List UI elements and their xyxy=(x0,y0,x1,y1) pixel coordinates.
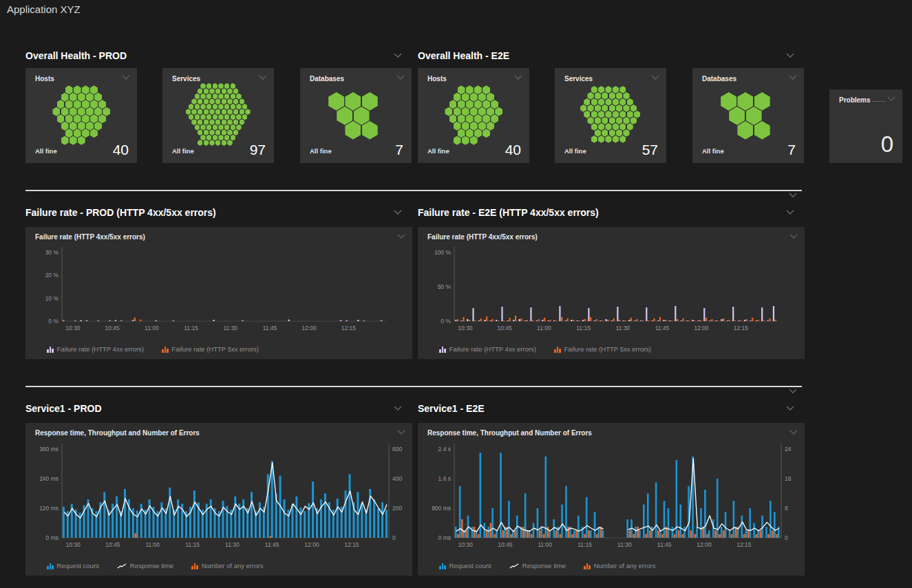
chevron-down-icon[interactable] xyxy=(394,406,402,411)
count-value: 7 xyxy=(787,142,796,158)
svg-text:11:30: 11:30 xyxy=(223,325,237,331)
count-value: 97 xyxy=(250,142,266,158)
problems-sparkline xyxy=(872,101,886,102)
chart-legend: Request count Response time Number of an… xyxy=(439,562,655,569)
svg-text:240 ms: 240 ms xyxy=(39,475,59,482)
svg-text:10:45: 10:45 xyxy=(498,541,513,548)
tile-title: Databases xyxy=(310,75,344,83)
chart-canvas[interactable]: 100 %50 %0 %10:3010:4511:0011:1511:3011:… xyxy=(418,227,805,359)
status-label: All fine xyxy=(310,147,332,155)
health-tile-hosts-prod[interactable]: Hosts All fine 40 xyxy=(25,68,137,163)
tile-title: Services xyxy=(172,75,200,83)
svg-text:11:00: 11:00 xyxy=(145,541,160,548)
chevron-down-icon[interactable] xyxy=(394,210,402,215)
svg-text:20 %: 20 % xyxy=(45,272,59,279)
hexagon-cluster xyxy=(162,83,274,145)
bar-series-icon xyxy=(439,563,446,569)
chevron-down-icon[interactable] xyxy=(789,75,797,80)
hexagon-cluster xyxy=(555,83,666,145)
svg-text:11:30: 11:30 xyxy=(615,325,630,331)
chevron-down-icon[interactable] xyxy=(786,53,794,58)
section-header-failure-prod: Failure rate - PROD (HTTP 4xx/5xx errors… xyxy=(25,207,412,221)
legend-label: Failure rate (HTTP 4xx errors) xyxy=(57,345,145,353)
chevron-down-icon[interactable] xyxy=(789,193,797,197)
legend-label: Number of any errors xyxy=(594,562,656,569)
svg-text:0: 0 xyxy=(785,534,788,541)
svg-text:800 ms: 800 ms xyxy=(432,505,451,512)
chevron-down-icon[interactable] xyxy=(786,406,794,411)
svg-text:12:00: 12:00 xyxy=(302,325,317,331)
legend-label: Response time xyxy=(522,562,566,569)
section-header-service-prod: Service1 - PROD xyxy=(25,403,412,417)
status-label: All fine xyxy=(172,147,194,155)
svg-text:12:15: 12:15 xyxy=(734,325,749,331)
chart-tile-service-e2e[interactable]: Response time, Throughput and Number of … xyxy=(418,423,805,576)
legend-label: Number of any errors xyxy=(202,562,264,569)
dashboard: Application XYZ Overall Health - PROD Ov… xyxy=(0,0,912,588)
chart-legend: Failure rate (HTTP 4xx errors) Failure r… xyxy=(439,345,651,353)
tile-title: Databases xyxy=(702,75,736,83)
svg-text:12:15: 12:15 xyxy=(341,325,357,331)
chevron-down-icon[interactable] xyxy=(786,210,794,215)
health-tile-databases-prod[interactable]: Databases All fine 7 xyxy=(300,68,412,163)
svg-text:10:30: 10:30 xyxy=(66,541,81,548)
section-header-health-prod: Overall Health - PROD xyxy=(25,50,412,64)
bar-series-icon xyxy=(47,346,54,353)
status-label: All fine xyxy=(427,147,449,155)
chevron-down-icon[interactable] xyxy=(259,75,267,80)
hexagon-cluster xyxy=(418,83,529,145)
tile-title: Hosts xyxy=(35,75,54,83)
chevron-down-icon[interactable] xyxy=(887,96,895,101)
problems-tile[interactable]: Problems 0 xyxy=(829,89,902,163)
chart-tile-failure-prod[interactable]: Failure rate (HTTP 4xx/5xx errors) 30 %2… xyxy=(25,227,412,359)
bar-series-icon xyxy=(162,346,169,353)
svg-text:12:15: 12:15 xyxy=(736,541,752,548)
hexagon-cluster xyxy=(692,83,804,145)
chevron-down-icon[interactable] xyxy=(394,53,402,58)
bar-series-icon xyxy=(191,563,198,569)
chevron-down-icon[interactable] xyxy=(396,75,405,80)
svg-text:30 %: 30 % xyxy=(45,249,59,256)
health-tile-services-e2e[interactable]: Services All fine 57 xyxy=(555,68,666,163)
chevron-down-icon[interactable] xyxy=(789,389,797,393)
tile-title: Hosts xyxy=(427,75,447,83)
tile-title: Services xyxy=(564,75,593,83)
chart-tile-service-prod[interactable]: Response time, Throughput and Number of … xyxy=(25,423,412,576)
svg-text:11:45: 11:45 xyxy=(657,541,672,548)
section-title: Failure rate - E2E (HTTP 4xx/5xx errors) xyxy=(418,207,599,218)
status-label: All fine xyxy=(702,147,724,155)
chart-canvas[interactable]: 30 %20 %10 %0 %10:3010:4511:0011:1511:30… xyxy=(25,227,412,359)
chevron-down-icon[interactable] xyxy=(514,75,522,80)
chevron-down-icon[interactable] xyxy=(651,75,659,80)
svg-text:10:30: 10:30 xyxy=(458,541,474,548)
svg-text:11:00: 11:00 xyxy=(537,325,551,331)
svg-text:11:45: 11:45 xyxy=(655,325,670,331)
tile-title: Problems xyxy=(839,96,871,104)
legend-item: Response time xyxy=(117,562,173,569)
chart-canvas[interactable]: 360 ms240 ms120 ms0 ms600400200010:3010:… xyxy=(25,423,412,576)
problems-count: 0 xyxy=(881,131,893,157)
health-tile-services-prod[interactable]: Services All fine 97 xyxy=(162,68,274,163)
svg-text:11:15: 11:15 xyxy=(577,541,592,548)
svg-text:12:00: 12:00 xyxy=(694,325,710,331)
chevron-down-icon[interactable] xyxy=(122,75,130,80)
chart-canvas[interactable]: 2.4 s1.6 s800 ms0 ms24168010:3010:4511:0… xyxy=(418,423,805,576)
section-header-failure-e2e: Failure rate - E2E (HTTP 4xx/5xx errors) xyxy=(418,207,804,221)
health-tile-hosts-e2e[interactable]: Hosts All fine 40 xyxy=(418,68,529,163)
bar-series-icon xyxy=(554,346,561,353)
svg-text:11:00: 11:00 xyxy=(538,541,552,548)
svg-text:0 ms: 0 ms xyxy=(438,534,451,541)
health-tile-databases-e2e[interactable]: Databases All fine 7 xyxy=(692,68,804,163)
legend-label: Failure rate (HTTP 5xx errors) xyxy=(172,345,259,353)
legend-label: Response time xyxy=(130,562,173,569)
section-header-service-e2e: Service1 - E2E xyxy=(418,403,804,417)
legend-item: Response time xyxy=(509,562,566,569)
count-value: 40 xyxy=(113,142,129,158)
svg-text:11:30: 11:30 xyxy=(617,541,632,548)
svg-text:11:45: 11:45 xyxy=(265,541,279,548)
svg-text:11:15: 11:15 xyxy=(184,325,198,331)
svg-text:11:15: 11:15 xyxy=(576,325,591,331)
chart-tile-failure-e2e[interactable]: Failure rate (HTTP 4xx/5xx errors) 100 %… xyxy=(418,227,805,359)
hexagon-cluster xyxy=(25,83,137,145)
svg-text:10:45: 10:45 xyxy=(498,325,513,331)
